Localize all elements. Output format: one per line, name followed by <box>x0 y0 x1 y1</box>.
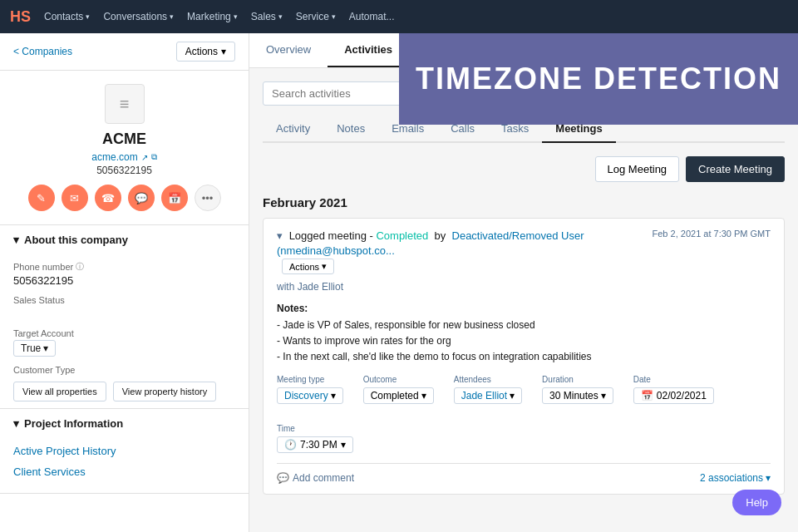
meeting-card-header: ▾ Logged meeting - Completed Completed b… <box>277 229 771 274</box>
comment-icon: 💬 <box>277 472 289 484</box>
company-card: ≡ ACME acme.com ↗ ⧉ 5056322195 ✎ ✉ ☎ 💬 📅… <box>0 71 249 225</box>
email-icon[interactable]: ✉ <box>62 185 88 211</box>
content-body: 🔍 Collapse all ▾ Activity Notes Emails C… <box>249 68 798 515</box>
chevron-down-icon: ▾ <box>86 12 90 21</box>
edit-icon[interactable]: ✎ <box>28 185 55 211</box>
chevron-down-icon: ▾ <box>510 390 515 401</box>
property-buttons: View all properties View property histor… <box>13 382 235 401</box>
chevron-down-icon: ▾ <box>421 390 426 401</box>
chevron-down-icon: ▾ <box>332 12 336 21</box>
copy-icon: ⧉ <box>151 152 157 162</box>
top-navigation: HS Contacts ▾ Conversations ▾ Marketing … <box>0 0 798 33</box>
company-name: ACME <box>13 131 235 148</box>
filter-tab-activity[interactable]: Activity <box>263 116 323 143</box>
chevron-down-icon: ▾ <box>322 261 327 272</box>
company-avatar: ≡ <box>105 84 145 124</box>
meeting-notes: Notes: - Jade is VP of Sales, responsibl… <box>277 301 771 365</box>
nav-contacts[interactable]: Contacts ▾ <box>44 11 90 22</box>
chevron-down-icon: ▾ <box>601 390 606 401</box>
info-icon: ⓘ <box>76 261 84 273</box>
meeting-footer: 💬 Add comment 2 associations ▾ <box>277 463 771 484</box>
chat-icon[interactable]: 💬 <box>128 185 155 211</box>
calendar-icon[interactable]: 📅 <box>161 185 188 211</box>
attendees-field: Attendees Jade Elliot ▾ <box>454 375 522 404</box>
help-button[interactable]: Help <box>732 490 781 515</box>
calendar-icon: 📅 <box>641 390 653 401</box>
nav-sales[interactable]: Sales ▾ <box>251 11 283 22</box>
meeting-type-dropdown[interactable]: Discovery ▾ <box>277 387 343 404</box>
sidebar: < Companies Actions ▾ ≡ ACME acme.com ↗ … <box>0 33 249 532</box>
target-account-value: True ▾ <box>13 340 235 357</box>
company-url-link[interactable]: acme.com ↗ ⧉ <box>13 151 235 163</box>
collapse-chevron[interactable]: ▾ <box>277 229 283 242</box>
about-section: ▾ About this company Phone number ⓘ 5056… <box>0 225 249 409</box>
time-field: Time 🕐 7:30 PM ▾ <box>277 424 353 453</box>
nav-service[interactable]: Service ▾ <box>296 11 336 22</box>
nav-conversations[interactable]: Conversations ▾ <box>103 11 174 22</box>
sidebar-actions-button[interactable]: Actions ▾ <box>176 42 235 62</box>
chevron-down-icon: ▾ <box>234 12 238 21</box>
chevron-down-icon: ▾ <box>278 12 283 21</box>
company-phone: 5056322195 <box>13 165 235 176</box>
timezone-detection-overlay: TIMEZONE DETECTION <box>399 33 798 125</box>
duration-dropdown[interactable]: 30 Minutes ▾ <box>542 387 613 404</box>
tab-overview[interactable]: Overview <box>249 33 328 67</box>
chevron-down-icon: ▾ <box>13 417 19 430</box>
about-section-content: Phone number ⓘ 5056322195 Sales Status T… <box>0 254 249 408</box>
view-all-props-button[interactable]: View all properties <box>13 382 106 401</box>
add-comment-button[interactable]: 💬 Add comment <box>277 472 354 484</box>
duration-field: Duration 30 Minutes ▾ <box>542 375 613 404</box>
create-meeting-button[interactable]: Create Meeting <box>686 156 785 182</box>
chevron-down-icon: ▾ <box>13 234 19 246</box>
chevron-down-icon: ▾ <box>43 342 48 354</box>
outcome-dropdown[interactable]: Completed ▾ <box>363 387 434 404</box>
sales-status-value <box>13 307 235 320</box>
date-picker[interactable]: 📅 02/02/2021 <box>633 387 714 404</box>
hubspot-logo: HS <box>10 8 31 26</box>
meeting-status-text: Completed <box>376 229 428 242</box>
more-icon[interactable]: ••• <box>195 185 221 211</box>
action-buttons-row: Log Meeting Create Meeting <box>263 156 785 182</box>
external-link-icon: ↗ <box>141 153 148 162</box>
target-account-tag[interactable]: True ▾ <box>13 340 56 357</box>
phone-value: 5056322195 <box>13 274 235 287</box>
view-prop-history-button[interactable]: View property history <box>113 382 217 401</box>
client-services-link[interactable]: Client Services <box>13 466 235 478</box>
clock-icon: 🕐 <box>284 439 297 451</box>
chevron-down-icon: ▾ <box>766 472 771 484</box>
chevron-down-icon: ▾ <box>170 12 174 21</box>
meeting-fields: Meeting type Discovery ▾ Outcome Complet… <box>277 375 771 453</box>
filter-tab-notes[interactable]: Notes <box>323 116 378 143</box>
active-project-link[interactable]: Active Project History <box>13 445 235 457</box>
outcome-field: Outcome Completed ▾ <box>363 375 434 404</box>
meeting-date: Feb 2, 2021 at 7:30 PM GMT <box>653 229 771 239</box>
phone-label: Phone number ⓘ <box>13 261 235 273</box>
customer-type-label: Customer Type <box>13 365 235 375</box>
tab-activities[interactable]: Activities <box>328 33 409 67</box>
project-section-content: Active Project History Client Services <box>0 438 249 493</box>
date-field: Date 📅 02/02/2021 <box>633 375 714 404</box>
chevron-down-icon: ▾ <box>331 390 336 401</box>
sales-status-label: Sales Status <box>13 295 235 305</box>
meeting-subtitle: with Jade Elliot <box>277 281 771 293</box>
nav-marketing[interactable]: Marketing ▾ <box>187 11 238 22</box>
about-section-header[interactable]: ▾ About this company <box>0 225 249 254</box>
meeting-actions-button[interactable]: Actions ▾ <box>282 259 334 274</box>
nav-automation[interactable]: Automat... <box>349 11 395 22</box>
target-account-label: Target Account <box>13 328 235 338</box>
chevron-down-icon: ▾ <box>221 46 226 57</box>
attendees-dropdown[interactable]: Jade Elliot ▾ <box>454 387 522 404</box>
associations-button[interactable]: 2 associations ▾ <box>700 472 771 484</box>
time-picker[interactable]: 🕐 7:30 PM ▾ <box>277 436 353 453</box>
project-section-header[interactable]: ▾ Project Information <box>0 409 249 438</box>
sidebar-header: < Companies Actions ▾ <box>0 33 249 71</box>
chevron-down-icon: ▾ <box>341 439 346 451</box>
meeting-type-field: Meeting type Discovery ▾ <box>277 375 343 404</box>
meeting-section: February 2021 ▾ Logged meeting - Complet… <box>263 195 785 495</box>
phone-icon[interactable]: ☎ <box>95 185 121 211</box>
meeting-title: ▾ Logged meeting - Completed Completed b… <box>277 229 653 274</box>
log-meeting-button[interactable]: Log Meeting <box>595 156 680 182</box>
back-to-companies[interactable]: < Companies <box>13 46 72 57</box>
meeting-card: ▾ Logged meeting - Completed Completed b… <box>263 218 785 495</box>
month-label: February 2021 <box>263 195 785 209</box>
